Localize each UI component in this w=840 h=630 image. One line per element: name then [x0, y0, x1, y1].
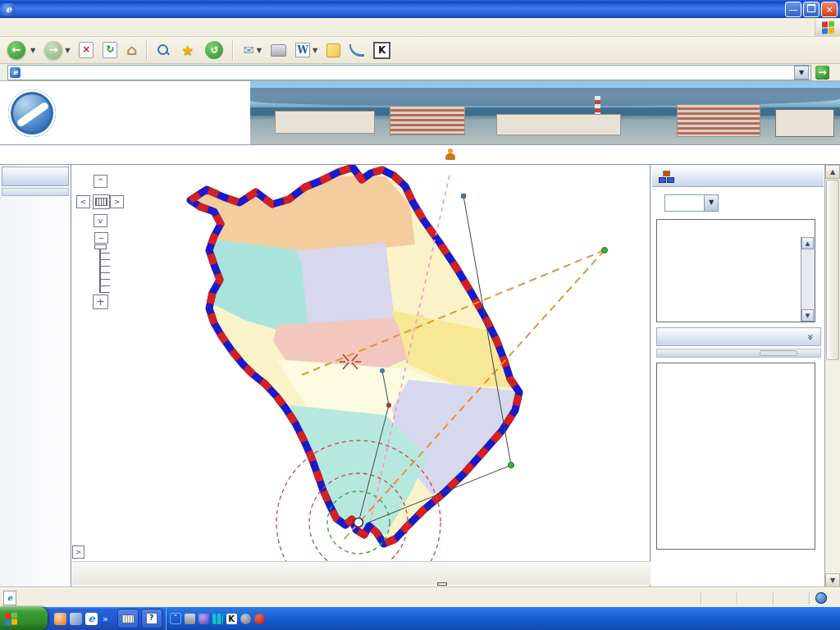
go-button[interactable]: → [815, 66, 837, 80]
track-point [380, 368, 385, 373]
sidebar-expand-button[interactable]: > [72, 546, 84, 559]
address-dropdown-button[interactable]: ▼ [794, 66, 809, 80]
tray-messenger-icon[interactable] [199, 614, 209, 624]
pan-right-button[interactable]: > [110, 195, 124, 208]
window-titlebar: e — × [0, 0, 840, 18]
main-nav [0, 144, 840, 165]
go-icon: → [815, 66, 829, 80]
district-map[interactable] [72, 165, 651, 561]
pan-left-button[interactable]: < [76, 195, 90, 208]
category-subbar [2, 188, 69, 196]
year-select[interactable]: ▼ [664, 194, 719, 212]
track-point [386, 403, 391, 408]
edit-dropdown-icon[interactable]: ▼ [313, 47, 317, 54]
category-header [2, 167, 69, 186]
page-icon: e [10, 67, 21, 78]
tray-kaspersky-icon[interactable]: K [226, 614, 237, 624]
ie-window-icon: e [2, 3, 15, 16]
antivirus-button[interactable]: K [371, 40, 393, 61]
discussions-button[interactable] [347, 43, 367, 58]
language-bar-button[interactable] [117, 609, 139, 628]
toolbar-separator [232, 40, 234, 60]
map-area[interactable]: ^ < > v − + > [72, 165, 651, 587]
home-button[interactable]: ⌂ [124, 41, 139, 59]
typhoon-table-scrollbar[interactable]: ▲ ▼ [801, 237, 815, 322]
status-bar: e [0, 587, 840, 607]
history-button[interactable]: ↺ [203, 39, 226, 61]
page-doc-icon: e [3, 591, 16, 605]
back-dropdown-icon[interactable]: ▼ [30, 47, 35, 54]
windows-logo-icon [815, 19, 840, 36]
print-button[interactable] [268, 43, 289, 58]
tray-sql-server-icon[interactable] [185, 614, 195, 624]
page-content: ^ < > v − + > ▼ [0, 165, 840, 587]
restore-button[interactable] [803, 2, 819, 17]
zoom-slider[interactable] [99, 247, 110, 293]
company-logo-block [0, 81, 250, 144]
edit-with-word-button[interactable]: W ▼ [293, 41, 320, 59]
tray-collapse-icon[interactable]: ˄ [170, 613, 181, 624]
refresh-icon: ↻ [103, 42, 117, 58]
map-toolbar [72, 561, 651, 585]
back-button[interactable]: ← ▼ [5, 39, 38, 61]
menu-bar [0, 18, 840, 37]
refresh-button[interactable]: ↻ [100, 40, 120, 60]
forward-button[interactable]: → ▼ [42, 39, 72, 61]
zoom-out-button[interactable]: − [94, 232, 108, 244]
quick-launch: e » [54, 613, 108, 625]
taskbar: e » ? ˄ K [0, 607, 840, 630]
search-button[interactable] [154, 42, 175, 58]
address-bar: e ▼ → [0, 64, 840, 81]
screen: e — × ← ▼ → ▼ × ↻ ⌂ ★ [0, 0, 840, 630]
stop-button[interactable]: × [76, 40, 96, 60]
help-button[interactable]: ? [141, 609, 162, 628]
question-icon: ? [146, 613, 158, 624]
minimize-button[interactable]: — [785, 2, 801, 17]
scroll-up-icon[interactable]: ▲ [825, 165, 840, 179]
site-banner [0, 81, 840, 144]
forward-dropdown-icon[interactable]: ▼ [65, 47, 70, 54]
address-input[interactable]: e ▼ [7, 65, 811, 80]
tray-volume-icon[interactable] [240, 614, 251, 624]
discussions-icon [349, 44, 364, 57]
favorites-button[interactable]: ★ [179, 40, 199, 60]
quicklaunch-overflow-icon[interactable]: » [103, 614, 108, 624]
home-icon: ⌂ [126, 43, 137, 57]
start-button[interactable] [0, 607, 48, 630]
scrollbar-thumb[interactable] [826, 180, 839, 360]
pan-down-button[interactable]: v [94, 214, 107, 227]
track-point [461, 194, 466, 199]
print-icon [271, 44, 286, 57]
path-table [656, 363, 815, 550]
mail-dropdown-icon[interactable]: ▼ [257, 47, 262, 54]
quicklaunch-msn-icon[interactable] [54, 613, 66, 625]
measure-button[interactable] [93, 194, 110, 209]
track-point [602, 248, 608, 253]
collapse-chevron-icon[interactable]: » [802, 334, 819, 340]
company-logo-icon [8, 89, 56, 137]
quicklaunch-ie-icon[interactable]: e [85, 613, 98, 625]
panel-splitter[interactable] [656, 349, 821, 358]
intranet-globe-icon [815, 592, 827, 604]
year-select-arrow-icon[interactable]: ▼ [704, 195, 718, 211]
quicklaunch-show-desktop-icon[interactable] [70, 613, 82, 625]
path-list-bar[interactable]: » [656, 327, 821, 346]
favorites-star-icon: ★ [181, 42, 194, 58]
scroll-down-icon[interactable]: ▼ [801, 309, 814, 322]
page-scrollbar[interactable]: ▲ ▼ [825, 165, 840, 587]
data-tree-icon [659, 171, 673, 182]
typhoon-panel: ▼ ▲ ▼ » [651, 165, 825, 587]
mail-icon: ✉ [243, 43, 253, 58]
tray-ati-icon[interactable] [254, 614, 265, 624]
scroll-down-icon[interactable]: ▼ [825, 573, 840, 587]
pan-up-button[interactable]: ^ [94, 175, 107, 188]
zoom-in-button[interactable]: + [93, 294, 108, 309]
map-mode-tooltip [437, 582, 447, 586]
mail-button[interactable]: ✉ ▼ [240, 41, 264, 60]
zoom-slider-thumb[interactable] [94, 244, 107, 249]
messenger-button[interactable] [324, 42, 343, 59]
close-button[interactable]: × [821, 2, 838, 17]
search-icon [157, 43, 170, 57]
scroll-up-icon[interactable]: ▲ [801, 237, 814, 249]
tray-grid-icon[interactable] [212, 614, 223, 624]
